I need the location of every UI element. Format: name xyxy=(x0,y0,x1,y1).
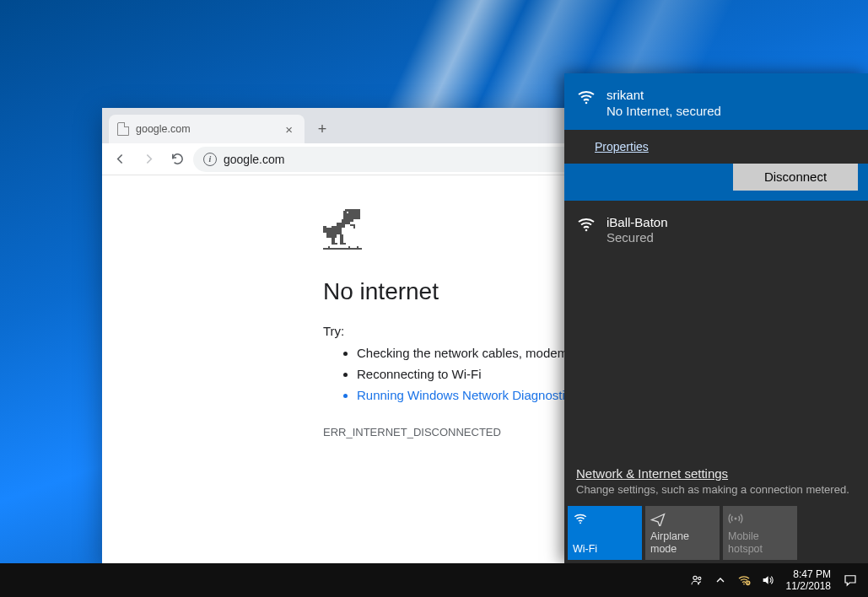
svg-rect-2 xyxy=(347,212,348,213)
svg-point-25 xyxy=(698,577,700,579)
reload-button[interactable] xyxy=(164,147,190,172)
tray-volume-icon[interactable] xyxy=(761,563,774,597)
svg-rect-13 xyxy=(335,243,337,245)
svg-point-21 xyxy=(585,229,588,231)
close-tab-button[interactable]: × xyxy=(282,121,296,138)
tile-airplane-mode[interactable]: Airplane mode xyxy=(645,506,720,560)
svg-rect-15 xyxy=(343,243,346,245)
people-icon[interactable] xyxy=(690,563,704,597)
svg-point-22 xyxy=(580,522,581,524)
network-flyout: srikant No Internet, secured Properties … xyxy=(564,73,868,563)
svg-rect-19 xyxy=(357,246,359,248)
forward-button[interactable] xyxy=(136,147,161,172)
tile-mobile-hotspot[interactable]: Mobile hotspot xyxy=(723,506,797,560)
tab-title: google.com xyxy=(136,123,275,135)
svg-rect-9 xyxy=(323,226,326,233)
address-bar-url: google.com xyxy=(224,153,284,166)
svg-rect-11 xyxy=(353,226,355,229)
network-settings-sub: Change settings, such as making a connec… xyxy=(576,483,856,496)
quick-action-tiles: Wi-Fi Airplane mode Mobile hotspot xyxy=(564,503,868,563)
disconnect-button[interactable]: Disconnect xyxy=(733,164,858,191)
network-properties-link[interactable]: Properties xyxy=(595,140,649,153)
taskbar: 8:47 PM 11/2/2018 xyxy=(0,563,868,597)
browser-tab[interactable]: google.com × xyxy=(109,115,305,143)
svg-rect-5 xyxy=(342,219,345,228)
wifi-icon xyxy=(576,87,596,118)
network-settings-link[interactable]: Network & Internet settings xyxy=(576,466,728,481)
svg-rect-18 xyxy=(348,246,350,248)
tile-label: Airplane mode xyxy=(650,530,714,555)
site-info-icon[interactable]: i xyxy=(203,153,217,166)
svg-point-24 xyxy=(693,576,696,579)
svg-rect-10 xyxy=(350,224,355,226)
action-center-icon[interactable] xyxy=(836,563,865,597)
network-item-connected[interactable]: srikant No Internet, secured xyxy=(564,73,868,130)
svg-rect-14 xyxy=(340,234,343,245)
taskbar-clock[interactable]: 8:47 PM 11/2/2018 xyxy=(781,568,836,593)
network-name: srikant xyxy=(607,87,856,104)
tile-wifi[interactable]: Wi-Fi xyxy=(568,506,642,560)
svg-rect-0 xyxy=(345,209,360,219)
network-status: Secured xyxy=(607,230,856,245)
svg-rect-12 xyxy=(332,238,335,245)
tray-chevron-up-icon[interactable] xyxy=(714,563,727,597)
svg-point-23 xyxy=(735,518,737,520)
svg-rect-6 xyxy=(337,223,342,234)
dino-icon xyxy=(323,209,362,250)
svg-rect-3 xyxy=(345,219,353,222)
system-tray xyxy=(683,563,781,597)
svg-rect-7 xyxy=(332,226,337,238)
back-button[interactable] xyxy=(107,147,132,172)
tray-network-icon[interactable] xyxy=(737,563,751,597)
page-favicon xyxy=(117,122,129,136)
network-status: No Internet, secured xyxy=(607,104,856,118)
svg-rect-16 xyxy=(323,248,362,250)
svg-point-26 xyxy=(743,584,745,585)
svg-point-28 xyxy=(747,584,748,584)
tile-label: Wi-Fi xyxy=(573,543,637,555)
clock-date: 11/2/2018 xyxy=(786,580,831,592)
new-tab-button[interactable]: + xyxy=(311,118,333,140)
wifi-icon xyxy=(576,214,596,245)
svg-rect-4 xyxy=(345,222,350,224)
clock-time: 8:47 PM xyxy=(786,568,831,580)
svg-rect-1 xyxy=(343,211,345,219)
svg-rect-8 xyxy=(326,228,332,238)
network-name: iBall-Baton xyxy=(607,214,856,231)
svg-point-20 xyxy=(585,102,588,105)
network-item[interactable]: iBall-Baton Secured xyxy=(564,201,868,257)
tile-label: Mobile hotspot xyxy=(728,530,792,555)
svg-rect-17 xyxy=(328,246,330,248)
